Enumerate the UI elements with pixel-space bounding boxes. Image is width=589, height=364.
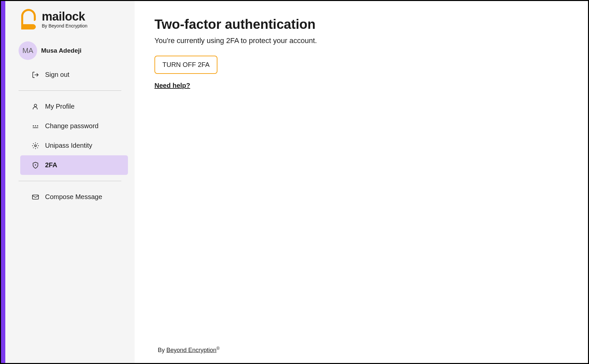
sidebar-item-label: Sign out xyxy=(45,71,69,78)
sidebar-item-change-password[interactable]: Change password xyxy=(5,116,135,136)
sidebar-item-label: Unipass Identity xyxy=(45,142,92,149)
svg-point-3 xyxy=(35,125,36,127)
svg-point-6 xyxy=(34,145,36,147)
sidebar: mailock By Beyond Encryption MA Musa Ade… xyxy=(5,1,135,363)
mailock-logo-icon xyxy=(19,8,38,31)
sidebar-item-sign-out[interactable]: Sign out xyxy=(5,65,135,84)
page-title: Two-factor authentication xyxy=(154,17,568,32)
footer-company-link[interactable]: Beyond Encryption xyxy=(166,347,216,353)
envelope-icon xyxy=(32,193,39,201)
gear-icon xyxy=(32,142,39,149)
sidebar-item-label: 2FA xyxy=(45,161,57,169)
footer-by-text: By xyxy=(158,347,166,353)
svg-point-4 xyxy=(37,125,38,127)
logo-text: mailock By Beyond Encryption xyxy=(42,11,88,28)
sidebar-item-unipass-identity[interactable]: Unipass Identity xyxy=(5,136,135,155)
accent-bar xyxy=(1,1,5,363)
sidebar-item-label: Change password xyxy=(45,122,98,130)
sidebar-item-my-profile[interactable]: My Profile xyxy=(5,97,135,116)
divider xyxy=(19,90,121,91)
sidebar-item-label: Compose Message xyxy=(45,193,102,201)
sign-out-icon xyxy=(32,71,39,78)
footer-registered-mark: ® xyxy=(216,346,220,351)
need-help-link[interactable]: Need help? xyxy=(154,82,190,89)
divider xyxy=(19,181,121,181)
turn-off-2fa-button[interactable]: TURN OFF 2FA xyxy=(154,56,217,74)
logo-title: mailock xyxy=(42,11,88,23)
user-section: MA Musa Adedeji xyxy=(5,36,135,65)
main-content: Two-factor authentication You're current… xyxy=(135,1,588,363)
logo-subtitle: By Beyond Encryption xyxy=(42,23,88,28)
svg-point-7 xyxy=(35,165,36,165)
password-icon xyxy=(32,123,39,130)
sidebar-item-compose-message[interactable]: Compose Message xyxy=(5,187,135,207)
avatar: MA xyxy=(19,41,37,60)
page-description: You're currently using 2FA to protect yo… xyxy=(154,36,568,45)
logo-section: mailock By Beyond Encryption xyxy=(5,8,135,36)
svg-rect-5 xyxy=(33,127,38,128)
sidebar-item-2fa[interactable]: 2FA xyxy=(20,155,128,175)
sidebar-item-label: My Profile xyxy=(45,103,75,110)
footer: By Beyond Encryption® xyxy=(135,346,220,354)
person-icon xyxy=(32,103,39,110)
svg-point-1 xyxy=(34,104,36,106)
user-name: Musa Adedeji xyxy=(41,47,82,54)
svg-point-2 xyxy=(33,125,34,127)
shield-icon xyxy=(32,162,39,169)
